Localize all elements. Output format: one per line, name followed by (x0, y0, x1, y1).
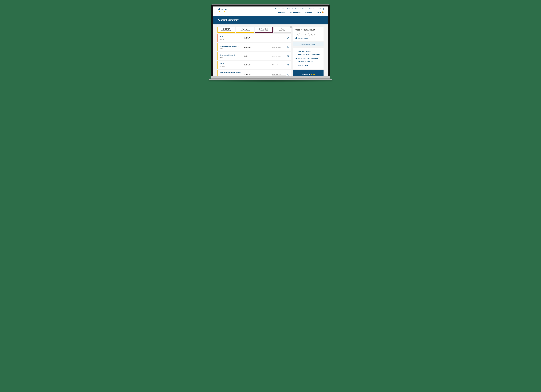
nav-alerts[interactable]: Alerts 1 (317, 11, 323, 14)
ql-cra-direct-deposit[interactable]: CRA DIRECT DEPOSIT › (295, 50, 321, 53)
tile-wealth-investments[interactable]: $7,600.82 Wealth & Investments (236, 27, 254, 33)
svg-rect-3 (288, 46, 289, 48)
plus-circle-icon: + (295, 37, 297, 39)
action-select[interactable]: Select an Action (272, 73, 286, 76)
account-list: Maximiser - 0 Chequing $3,456.76 Select … (218, 34, 291, 76)
nav-transfers[interactable]: Transfers (305, 11, 312, 14)
account-link[interactable]: TFSA Online Advantage Savings - 0 (219, 72, 242, 75)
ql-stop-payment[interactable]: STOP A PAYMENT › (295, 63, 321, 67)
utility-nav: Welcome, Member Contact Us Secure Messag… (275, 8, 323, 10)
laptop-frame: Meridian™ Welcome, Member Contact Us Sec… (211, 4, 330, 82)
account-row: Membership Shares - 0 Deposit $1.00 Sele… (218, 52, 291, 60)
add-account-button[interactable]: + ADD AN ACCOUNT (295, 37, 308, 39)
ql-label: LINK WEALTH ACCOUNTS (298, 61, 313, 63)
chevron-right-icon: › (321, 61, 321, 63)
account-balance: $1,000.00 (244, 64, 257, 66)
svg-rect-7 (288, 64, 289, 65)
svg-rect-9 (288, 74, 289, 75)
account-row: GIC - 2 Investment $1,000.00 Select an A… (218, 61, 291, 69)
svg-rect-2 (288, 37, 289, 39)
brand-logo[interactable]: Meridian™ (218, 8, 229, 12)
panel-body: From high interest savings accounts to c… (295, 32, 321, 36)
ql-label: CRA DIRECT DEPOSIT (298, 51, 311, 52)
svg-rect-5 (288, 55, 289, 57)
brand-text: Meridian (218, 8, 228, 11)
header: Meridian™ Welcome, Member Contact Us Sec… (213, 6, 328, 16)
svg-rect-4 (288, 47, 289, 48)
promo-text-1: What if (302, 73, 311, 76)
copy-icon[interactable] (287, 46, 289, 48)
account-balance: $3,456.76 (244, 37, 257, 39)
account-link[interactable]: Online Advantage Savings - 0 (219, 45, 239, 47)
ql-download-statements[interactable]: DOWNLOAD MONTHLY STATEMENTS › (295, 53, 321, 57)
download-icon (295, 54, 297, 56)
ql-report-lost-card[interactable]: REPORT LOST OR STOLEN CARD › (295, 57, 321, 60)
account-subtype: Savings (219, 48, 242, 49)
ql-label: REPORT LOST OR STOLEN CARD (298, 58, 318, 59)
tile-label: Mortgages & Loans (256, 30, 272, 31)
promo-highlight: you (311, 73, 315, 76)
tile-amount: $9,347.27 (218, 28, 234, 30)
nav-contact-us[interactable]: Contact Us (287, 8, 293, 9)
account-balance: $5,600.82 (244, 74, 257, 75)
svg-line-15 (296, 65, 297, 66)
svg-rect-10 (288, 74, 289, 75)
nav-accounts[interactable]: Accounts (278, 11, 286, 14)
chevron-right-icon: › (321, 54, 321, 56)
chevron-right-icon: › (321, 65, 321, 66)
tile-label: Wealth & Investments (237, 30, 253, 31)
copy-icon[interactable] (287, 64, 289, 66)
promo-banner[interactable]: What if you could strategically (293, 70, 323, 76)
svg-rect-8 (288, 64, 289, 66)
tile-label: Chequing & Savings (218, 30, 234, 31)
svg-rect-1 (287, 37, 288, 38)
account-subtype: Investment (219, 66, 242, 67)
action-select[interactable]: Select an Action (272, 55, 286, 57)
nav-alerts-label: Alerts (317, 11, 321, 13)
welcome-text: Welcome, Member (275, 8, 285, 9)
primary-nav: Accounts Bill Payments Transfers Alerts … (275, 11, 323, 16)
quick-links-panel: CRA DIRECT DEPOSIT › DOWNLOAD MONTHLY ST… (293, 48, 323, 69)
summary-tiles: $9,347.27 Chequing & Savings $7,600.82 W… (218, 27, 291, 33)
chevron-right-icon: › (321, 51, 321, 52)
featured-rates-label: SEE FEATURED RATES (301, 44, 315, 45)
tile-chequing-savings[interactable]: $9,347.27 Chequing & Savings (218, 27, 235, 33)
account-row: Online Advantage Savings - 0 Savings $5,… (218, 43, 291, 51)
chevron-right-icon: › (321, 58, 321, 59)
account-balance: $5,890.51 (244, 46, 257, 48)
copy-icon[interactable] (287, 73, 289, 76)
copy-icon[interactable] (287, 55, 289, 57)
ql-link-wealth-accounts[interactable]: LINK WEALTH ACCOUNTS › (295, 60, 321, 63)
tile-add-credit-cards[interactable]: Add Credit Cards + (274, 27, 291, 33)
action-select[interactable]: Select an Action (272, 46, 286, 48)
envelope-icon (296, 8, 297, 9)
action-select[interactable]: Select an Action (271, 37, 285, 39)
account-link[interactable]: GIC - 2 (219, 63, 224, 65)
account-subtype: Chequing (219, 39, 242, 40)
sign-out-button[interactable]: Sign Out (316, 8, 323, 10)
account-link[interactable]: Membership Shares - 0 (219, 54, 235, 56)
tile-amount: $-274,800.93 (256, 28, 272, 30)
account-row: TFSA Online Advantage Savings - 0 TFSA C… (218, 70, 291, 76)
ql-label: STOP A PAYMENT (298, 65, 308, 66)
action-select[interactable]: Select an Action (272, 64, 286, 66)
panel-title: Open A New Account (295, 29, 321, 31)
alerts-badge: 1 (322, 11, 323, 13)
tile-mortgages-loans[interactable]: $-274,800.93 Mortgages & Loans (255, 27, 273, 33)
nav-settings[interactable]: Settings (309, 8, 314, 9)
add-account-label: ADD AN ACCOUNT (298, 37, 308, 39)
nav-secure-messages[interactable]: Secure Messages (296, 8, 307, 9)
account-row-maximiser: Maximiser - 0 Chequing $3,456.76 Select … (218, 34, 291, 42)
account-link[interactable]: Maximiser - 0 (219, 36, 229, 38)
account-balance: $1.00 (244, 55, 257, 57)
tile-amount: $7,600.82 (237, 28, 253, 30)
ql-label: DOWNLOAD MONTHLY STATEMENTS (298, 54, 320, 56)
nav-bill-payments[interactable]: Bill Payments (290, 11, 301, 14)
copy-icon[interactable] (287, 37, 289, 39)
see-featured-rates-button[interactable]: SEE FEATURED RATES ▾ (293, 42, 323, 47)
open-account-panel: Open A New Account From high interest sa… (293, 27, 323, 41)
account-subtype: Deposit (219, 57, 242, 58)
link-icon (295, 61, 297, 63)
tile-amount: Add (275, 28, 290, 30)
plus-icon[interactable]: + (290, 26, 292, 28)
